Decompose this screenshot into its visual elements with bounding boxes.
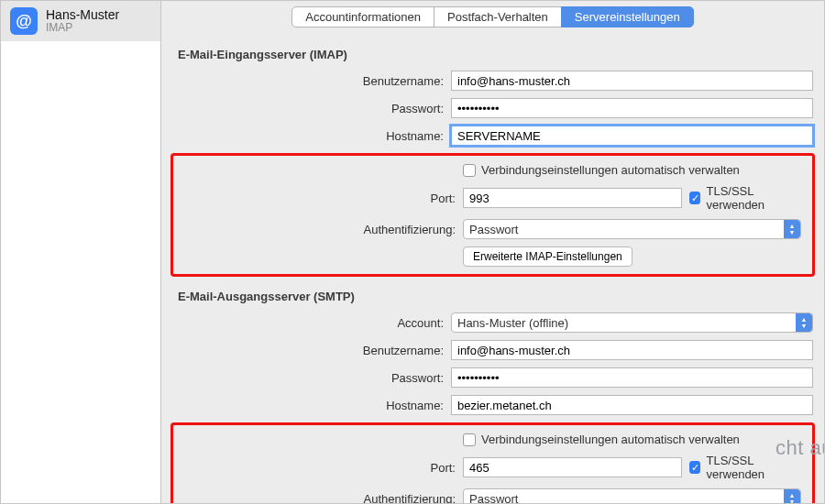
outgoing-account-value: Hans-Muster (offline) [457, 316, 568, 330]
row-outgoing-username: Benutzername: [161, 336, 824, 364]
row-incoming-password: Passwort: [161, 94, 824, 122]
outgoing-tls-checkbox[interactable]: ✓ [689, 461, 700, 474]
incoming-port-input[interactable] [463, 188, 682, 208]
outgoing-hostname-input[interactable] [451, 395, 813, 415]
row-incoming-port: Port: ✓ TLS/SSL verwenden [173, 181, 812, 215]
background-ghost-text: cht au [776, 436, 824, 460]
at-icon: @ [10, 7, 38, 35]
account-labels: Hans-Muster IMAP [46, 8, 119, 35]
incoming-tls-label: TLS/SSL verwenden [706, 184, 801, 212]
chevron-updown-icon: ▲▼ [796, 313, 812, 332]
outgoing-username-input[interactable] [451, 340, 813, 360]
incoming-hostname-input[interactable] [451, 126, 813, 146]
label-outgoing-account: Account: [161, 316, 451, 330]
incoming-auth-select[interactable]: Passwort ▲▼ [463, 219, 801, 239]
tab-account-info[interactable]: Accountinformationen [292, 6, 434, 27]
account-name: Hans-Muster [46, 8, 119, 22]
incoming-auto-label: Verbindungseinstellungen automatisch ver… [481, 163, 740, 177]
outgoing-auth-value: Passwort [469, 492, 518, 504]
incoming-auto-checkbox[interactable] [463, 164, 476, 177]
row-outgoing-password: Passwort: [161, 364, 824, 391]
label-incoming-password: Passwort: [161, 102, 451, 115]
tab-mailbox-behavior[interactable]: Postfach-Verhalten [434, 6, 562, 27]
label-outgoing-hostname: Hostname: [161, 399, 451, 412]
label-outgoing-port: Port: [173, 461, 463, 475]
incoming-highlight-box: Verbindungseinstellungen automatisch ver… [170, 153, 815, 277]
outgoing-auto-checkbox[interactable] [463, 433, 476, 446]
outgoing-section-title: E-Mail-Ausgangsserver (SMTP) [161, 284, 824, 309]
row-outgoing-port: Port: ✓ TLS/SSL verwenden [173, 450, 812, 485]
advanced-imap-button[interactable]: Erweiterte IMAP-Einstellungen [463, 247, 632, 267]
outgoing-port-input[interactable] [463, 457, 682, 477]
label-incoming-hostname: Hostname: [161, 129, 451, 143]
outgoing-password-input[interactable] [451, 367, 813, 388]
row-incoming-advanced: Erweiterte IMAP-Einstellungen [173, 243, 812, 270]
row-outgoing-auth: Authentifizierung: Passwort ▲▼ [173, 485, 812, 503]
incoming-username-input[interactable] [451, 71, 813, 91]
main-panel: Accountinformationen Postfach-Verhalten … [161, 1, 824, 503]
label-incoming-auth: Authentifizierung: [173, 223, 463, 236]
sidebar-account-item[interactable]: @ Hans-Muster IMAP [1, 1, 160, 41]
row-outgoing-account: Account: Hans-Muster (offline) ▲▼ [161, 309, 824, 336]
label-incoming-username: Benutzername: [161, 74, 451, 88]
row-incoming-auto: Verbindungseinstellungen automatisch ver… [173, 159, 812, 181]
row-outgoing-auto: Verbindungseinstellungen automatisch ver… [173, 429, 812, 450]
chevron-updown-icon: ▲▼ [784, 220, 800, 238]
incoming-auth-value: Passwort [469, 223, 518, 236]
row-outgoing-hostname: Hostname: [161, 391, 824, 419]
account-type: IMAP [46, 22, 119, 34]
row-incoming-auth: Authentifizierung: Passwort ▲▼ [173, 215, 812, 243]
label-incoming-port: Port: [173, 192, 463, 205]
incoming-section-title: E-Mail-Eingangsserver (IMAP) [161, 42, 824, 67]
outgoing-account-select[interactable]: Hans-Muster (offline) ▲▼ [451, 312, 813, 333]
label-outgoing-username: Benutzername: [161, 344, 451, 357]
outgoing-auth-select[interactable]: Passwort ▲▼ [463, 488, 801, 503]
outgoing-auto-label: Verbindungseinstellungen automatisch ver… [481, 433, 740, 446]
label-outgoing-password: Passwort: [161, 371, 451, 385]
label-outgoing-auth: Authentifizierung: [173, 492, 463, 504]
chevron-updown-icon: ▲▼ [784, 489, 800, 503]
row-incoming-hostname: Hostname: [161, 122, 824, 149]
tab-bar: Accountinformationen Postfach-Verhalten … [161, 6, 824, 27]
incoming-tls-checkbox[interactable]: ✓ [689, 192, 700, 204]
tab-server-settings[interactable]: Servereinstellungen [561, 6, 694, 27]
incoming-password-input[interactable] [451, 98, 813, 118]
preferences-window: @ Hans-Muster IMAP Accountinformationen … [0, 0, 825, 504]
outgoing-highlight-box: Verbindungseinstellungen automatisch ver… [170, 422, 815, 503]
row-incoming-username: Benutzername: [161, 67, 824, 94]
account-sidebar: @ Hans-Muster IMAP [1, 1, 161, 503]
